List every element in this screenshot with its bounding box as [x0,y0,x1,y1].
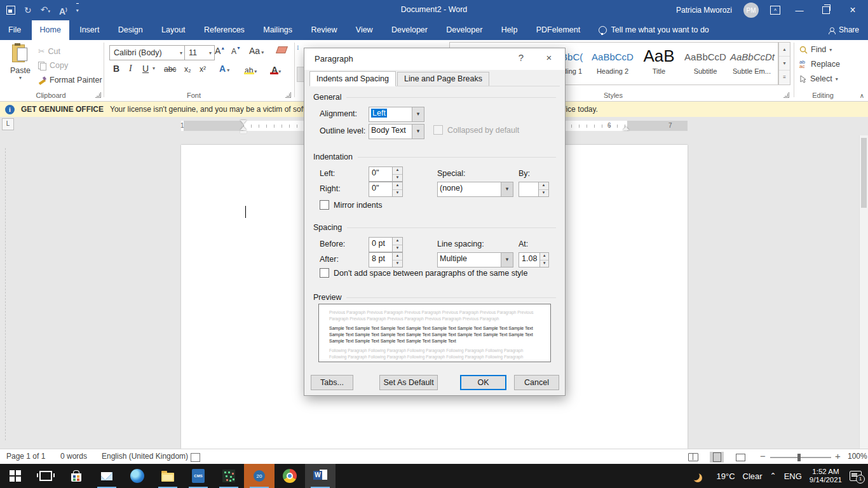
line-spacing-dropdown-icon[interactable]: ▾ [501,253,513,267]
tab-file[interactable]: File [0,20,29,40]
underline-button[interactable]: U [142,64,149,74]
vertical-scrollbar[interactable] [859,135,868,449]
start-button[interactable] [0,464,31,488]
font-color-button[interactable]: A▾ [271,64,281,75]
subscript-button[interactable]: x₂ [184,65,191,74]
set-as-default-button[interactable]: Set As Default [379,375,438,390]
tab-developer-2[interactable]: Developer [438,20,491,40]
spin-down-icon[interactable]: ▼ [540,260,548,268]
ribbon-display-options-icon[interactable]: ˄ [770,6,780,15]
tab-pdfelement[interactable]: PDFelement [528,20,588,40]
page-indicator[interactable]: Page 1 of 1 [6,452,45,461]
tab-design[interactable]: Design [110,20,151,40]
signed-in-user[interactable]: Patricia Mworozi [676,6,732,15]
zoom-slider-thumb[interactable] [797,454,801,461]
print-layout-icon[interactable] [710,452,724,463]
font-size-combo[interactable]: 11▾ [184,45,215,60]
font-dialog-launcher-icon[interactable] [285,92,291,98]
styles-more-icon[interactable]: ≡ [779,70,790,84]
weather-desc[interactable]: Clear [743,471,763,481]
spin-down-icon[interactable]: ▼ [393,260,402,268]
tab-insert[interactable]: Insert [71,20,107,40]
tab-selector[interactable]: L [2,118,14,130]
tab-view[interactable]: View [348,20,381,40]
replace-button[interactable]: abac Replace [799,60,840,69]
spin-up-icon[interactable]: ▲ [393,253,402,260]
store-button[interactable] [61,464,92,488]
mail-button[interactable] [92,464,122,488]
minimize-icon[interactable]: — [792,6,807,15]
special-dropdown[interactable]: (none) ▾ [437,182,513,197]
tab-help[interactable]: Help [493,20,526,40]
spin-up-icon[interactable]: ▲ [393,182,402,189]
read-mode-icon[interactable] [686,452,700,463]
format-painter-button[interactable]: Format Painter [38,76,102,85]
tell-me-box[interactable]: Tell me what you want to do [591,20,717,40]
alignment-dropdown-icon[interactable]: ▾ [412,107,424,121]
indent-right-spinner[interactable]: 0" ▲▼ [369,182,403,197]
outline-dropdown-icon[interactable]: ▾ [412,125,424,139]
change-case-button[interactable]: Aa ▾ [249,46,264,56]
first-line-indent-marker[interactable] [240,120,247,124]
zoom-in-icon[interactable]: + [835,451,841,461]
tab-indents-and-spacing[interactable]: Indents and Spacing [309,71,396,86]
word-taskbar-button[interactable]: W [305,464,336,488]
tab-references[interactable]: References [196,20,253,40]
shrink-font-button[interactable]: A▼ [231,46,241,56]
hidden-icons-chevron[interactable]: ⌃ [770,471,776,480]
language-button[interactable]: ENG [784,471,802,481]
clipboard-dialog-launcher-icon[interactable] [95,92,101,98]
special-dropdown-icon[interactable]: ▾ [501,182,513,196]
scrollbar-thumb[interactable] [861,138,867,208]
clock[interactable]: 1:52 AM 9/14/2021 [810,468,842,484]
italic-button[interactable]: I [129,64,132,74]
styles-scroll-up-icon[interactable]: ▴ [779,43,790,56]
restore-icon[interactable] [822,6,830,14]
style-subtitle[interactable]: AaBbCcD Subtitle [684,45,727,83]
language-indicator[interactable]: English (United Kingdom) [102,452,188,461]
bold-button[interactable]: B [113,64,119,74]
paste-dropdown-icon[interactable]: ▾ [6,75,34,81]
indent-left-spinner[interactable]: 0" ▲▼ [369,166,403,182]
text-effects-button[interactable]: A ▾ [219,64,229,74]
right-indent-marker[interactable] [623,126,629,130]
weather-temp[interactable]: 19°C [716,471,735,481]
bullets-icon[interactable]: ⠇ [297,46,301,51]
spin-down-icon[interactable]: ▼ [393,174,402,182]
at-spinner[interactable]: 1.08 ▲▼ [519,252,549,268]
dialog-help-icon[interactable]: ? [513,52,529,63]
spin-up-icon[interactable]: ▲ [540,253,548,260]
font-name-combo[interactable]: Calibri (Body)▾ [109,45,186,60]
superscript-button[interactable]: x² [200,65,206,74]
close-icon[interactable]: × [845,4,860,16]
tab-developer-1[interactable]: Developer [383,20,436,40]
cut-button[interactable]: ✂ Cut [38,46,60,56]
spacing-after-spinner[interactable]: 8 pt ▲▼ [369,252,403,268]
find-button[interactable]: Find▾ [799,45,832,54]
underline-dropdown-icon[interactable]: ▾ [153,65,155,71]
cms-app-button[interactable]: CMS [183,464,214,488]
web-layout-icon[interactable] [733,452,747,463]
code-app-button[interactable] [214,464,244,488]
styles-scroll-down-icon[interactable]: ▾ [779,56,790,70]
zoom-out-icon[interactable]: − [760,451,766,461]
collapse-ribbon-icon[interactable]: ∧ [860,92,864,99]
dialog-close-icon[interactable]: × [541,52,557,63]
notification-icon[interactable]: 1 [850,471,862,481]
edge-button[interactable] [122,464,153,488]
hanging-indent-marker[interactable] [240,126,247,130]
copy-button[interactable]: Copy [38,61,68,70]
style-heading2[interactable]: AaBbCcD Heading 2 [591,45,634,83]
tab-home[interactable]: Home [32,20,69,40]
spin-down-icon[interactable]: ▼ [393,245,402,252]
spin-up-icon[interactable]: ▲ [539,182,548,189]
select-button[interactable]: Select▾ [799,74,838,83]
macro-record-icon[interactable] [191,453,200,462]
alignment-dropdown[interactable]: Left ▾ [369,107,424,122]
outline-level-dropdown[interactable]: Body Text ▾ [369,124,424,139]
camtasia-button[interactable]: 20 [244,464,275,488]
style-title[interactable]: AaB Title [637,45,681,83]
spin-up-icon[interactable]: ▲ [393,167,402,174]
paste-button[interactable]: Paste ▾ [6,43,34,81]
dont-add-space-checkbox[interactable]: Don't add space between paragraphs of th… [320,268,527,278]
